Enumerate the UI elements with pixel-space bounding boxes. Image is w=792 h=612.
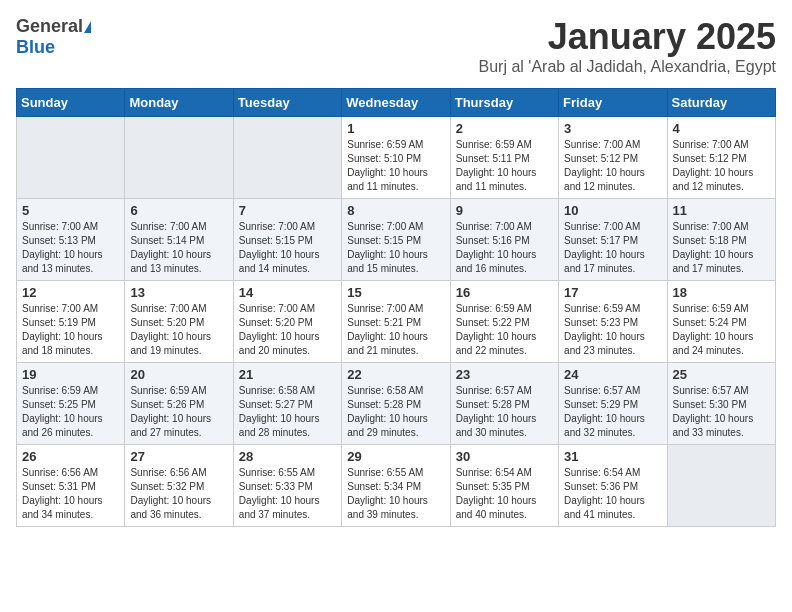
calendar-cell: 18Sunrise: 6:59 AM Sunset: 5:24 PM Dayli…: [667, 281, 775, 363]
day-number: 1: [347, 121, 444, 136]
calendar-cell: 12Sunrise: 7:00 AM Sunset: 5:19 PM Dayli…: [17, 281, 125, 363]
calendar-cell: 31Sunrise: 6:54 AM Sunset: 5:36 PM Dayli…: [559, 445, 667, 527]
calendar-cell: 10Sunrise: 7:00 AM Sunset: 5:17 PM Dayli…: [559, 199, 667, 281]
calendar-cell: 24Sunrise: 6:57 AM Sunset: 5:29 PM Dayli…: [559, 363, 667, 445]
day-number: 29: [347, 449, 444, 464]
day-info: Sunrise: 6:59 AM Sunset: 5:23 PM Dayligh…: [564, 302, 661, 358]
calendar-header-thursday: Thursday: [450, 89, 558, 117]
logo-triangle-icon: [84, 21, 91, 33]
day-number: 16: [456, 285, 553, 300]
calendar-week-row: 5Sunrise: 7:00 AM Sunset: 5:13 PM Daylig…: [17, 199, 776, 281]
day-number: 21: [239, 367, 336, 382]
calendar-cell: 20Sunrise: 6:59 AM Sunset: 5:26 PM Dayli…: [125, 363, 233, 445]
page-header: General Blue January 2025 Burj al 'Arab …: [16, 16, 776, 76]
day-info: Sunrise: 6:57 AM Sunset: 5:30 PM Dayligh…: [673, 384, 770, 440]
day-info: Sunrise: 6:54 AM Sunset: 5:35 PM Dayligh…: [456, 466, 553, 522]
day-info: Sunrise: 7:00 AM Sunset: 5:12 PM Dayligh…: [673, 138, 770, 194]
day-info: Sunrise: 6:59 AM Sunset: 5:22 PM Dayligh…: [456, 302, 553, 358]
calendar-cell: 28Sunrise: 6:55 AM Sunset: 5:33 PM Dayli…: [233, 445, 341, 527]
calendar-cell: 15Sunrise: 7:00 AM Sunset: 5:21 PM Dayli…: [342, 281, 450, 363]
calendar-cell: 6Sunrise: 7:00 AM Sunset: 5:14 PM Daylig…: [125, 199, 233, 281]
calendar-header-friday: Friday: [559, 89, 667, 117]
day-number: 2: [456, 121, 553, 136]
logo: General Blue: [16, 16, 92, 58]
day-info: Sunrise: 7:00 AM Sunset: 5:16 PM Dayligh…: [456, 220, 553, 276]
calendar-cell: 5Sunrise: 7:00 AM Sunset: 5:13 PM Daylig…: [17, 199, 125, 281]
day-number: 28: [239, 449, 336, 464]
day-number: 9: [456, 203, 553, 218]
calendar-cell: 27Sunrise: 6:56 AM Sunset: 5:32 PM Dayli…: [125, 445, 233, 527]
day-info: Sunrise: 6:57 AM Sunset: 5:28 PM Dayligh…: [456, 384, 553, 440]
title-month: January 2025: [479, 16, 776, 58]
day-info: Sunrise: 7:00 AM Sunset: 5:15 PM Dayligh…: [347, 220, 444, 276]
calendar-cell: 3Sunrise: 7:00 AM Sunset: 5:12 PM Daylig…: [559, 117, 667, 199]
calendar-cell: 21Sunrise: 6:58 AM Sunset: 5:27 PM Dayli…: [233, 363, 341, 445]
day-info: Sunrise: 6:58 AM Sunset: 5:28 PM Dayligh…: [347, 384, 444, 440]
day-number: 18: [673, 285, 770, 300]
day-number: 25: [673, 367, 770, 382]
calendar-cell: 8Sunrise: 7:00 AM Sunset: 5:15 PM Daylig…: [342, 199, 450, 281]
day-number: 19: [22, 367, 119, 382]
day-info: Sunrise: 6:54 AM Sunset: 5:36 PM Dayligh…: [564, 466, 661, 522]
calendar-cell: 17Sunrise: 6:59 AM Sunset: 5:23 PM Dayli…: [559, 281, 667, 363]
calendar-cell: 30Sunrise: 6:54 AM Sunset: 5:35 PM Dayli…: [450, 445, 558, 527]
day-number: 12: [22, 285, 119, 300]
calendar-cell: 1Sunrise: 6:59 AM Sunset: 5:10 PM Daylig…: [342, 117, 450, 199]
logo-blue: Blue: [16, 37, 55, 57]
calendar-cell: 11Sunrise: 7:00 AM Sunset: 5:18 PM Dayli…: [667, 199, 775, 281]
calendar-header-wednesday: Wednesday: [342, 89, 450, 117]
day-info: Sunrise: 7:00 AM Sunset: 5:21 PM Dayligh…: [347, 302, 444, 358]
day-number: 13: [130, 285, 227, 300]
day-info: Sunrise: 7:00 AM Sunset: 5:12 PM Dayligh…: [564, 138, 661, 194]
day-number: 10: [564, 203, 661, 218]
day-info: Sunrise: 6:59 AM Sunset: 5:25 PM Dayligh…: [22, 384, 119, 440]
calendar-cell: 4Sunrise: 7:00 AM Sunset: 5:12 PM Daylig…: [667, 117, 775, 199]
calendar-cell: [125, 117, 233, 199]
calendar-cell: 9Sunrise: 7:00 AM Sunset: 5:16 PM Daylig…: [450, 199, 558, 281]
day-number: 11: [673, 203, 770, 218]
calendar-cell: 19Sunrise: 6:59 AM Sunset: 5:25 PM Dayli…: [17, 363, 125, 445]
day-info: Sunrise: 6:59 AM Sunset: 5:24 PM Dayligh…: [673, 302, 770, 358]
calendar-header-row: SundayMondayTuesdayWednesdayThursdayFrid…: [17, 89, 776, 117]
day-number: 6: [130, 203, 227, 218]
day-number: 3: [564, 121, 661, 136]
calendar-cell: 25Sunrise: 6:57 AM Sunset: 5:30 PM Dayli…: [667, 363, 775, 445]
calendar-week-row: 19Sunrise: 6:59 AM Sunset: 5:25 PM Dayli…: [17, 363, 776, 445]
day-info: Sunrise: 7:00 AM Sunset: 5:18 PM Dayligh…: [673, 220, 770, 276]
day-info: Sunrise: 7:00 AM Sunset: 5:20 PM Dayligh…: [239, 302, 336, 358]
day-number: 7: [239, 203, 336, 218]
day-number: 26: [22, 449, 119, 464]
day-info: Sunrise: 6:55 AM Sunset: 5:33 PM Dayligh…: [239, 466, 336, 522]
day-info: Sunrise: 6:56 AM Sunset: 5:31 PM Dayligh…: [22, 466, 119, 522]
day-number: 30: [456, 449, 553, 464]
calendar-cell: 29Sunrise: 6:55 AM Sunset: 5:34 PM Dayli…: [342, 445, 450, 527]
calendar-header-monday: Monday: [125, 89, 233, 117]
logo-general: General: [16, 16, 83, 37]
calendar-cell: [17, 117, 125, 199]
day-number: 27: [130, 449, 227, 464]
day-number: 20: [130, 367, 227, 382]
calendar-cell: 26Sunrise: 6:56 AM Sunset: 5:31 PM Dayli…: [17, 445, 125, 527]
day-number: 4: [673, 121, 770, 136]
day-info: Sunrise: 6:56 AM Sunset: 5:32 PM Dayligh…: [130, 466, 227, 522]
calendar-cell: 16Sunrise: 6:59 AM Sunset: 5:22 PM Dayli…: [450, 281, 558, 363]
calendar-week-row: 26Sunrise: 6:56 AM Sunset: 5:31 PM Dayli…: [17, 445, 776, 527]
day-info: Sunrise: 7:00 AM Sunset: 5:15 PM Dayligh…: [239, 220, 336, 276]
calendar-cell: 2Sunrise: 6:59 AM Sunset: 5:11 PM Daylig…: [450, 117, 558, 199]
day-info: Sunrise: 6:59 AM Sunset: 5:10 PM Dayligh…: [347, 138, 444, 194]
calendar-header-saturday: Saturday: [667, 89, 775, 117]
day-info: Sunrise: 6:58 AM Sunset: 5:27 PM Dayligh…: [239, 384, 336, 440]
calendar-week-row: 1Sunrise: 6:59 AM Sunset: 5:10 PM Daylig…: [17, 117, 776, 199]
calendar-cell: 13Sunrise: 7:00 AM Sunset: 5:20 PM Dayli…: [125, 281, 233, 363]
title-location: Burj al 'Arab al Jadidah, Alexandria, Eg…: [479, 58, 776, 76]
calendar-week-row: 12Sunrise: 7:00 AM Sunset: 5:19 PM Dayli…: [17, 281, 776, 363]
calendar-cell: 14Sunrise: 7:00 AM Sunset: 5:20 PM Dayli…: [233, 281, 341, 363]
day-number: 23: [456, 367, 553, 382]
day-number: 22: [347, 367, 444, 382]
calendar-cell: [233, 117, 341, 199]
calendar-cell: [667, 445, 775, 527]
calendar-table: SundayMondayTuesdayWednesdayThursdayFrid…: [16, 88, 776, 527]
day-info: Sunrise: 7:00 AM Sunset: 5:19 PM Dayligh…: [22, 302, 119, 358]
calendar-cell: 23Sunrise: 6:57 AM Sunset: 5:28 PM Dayli…: [450, 363, 558, 445]
calendar-header-tuesday: Tuesday: [233, 89, 341, 117]
